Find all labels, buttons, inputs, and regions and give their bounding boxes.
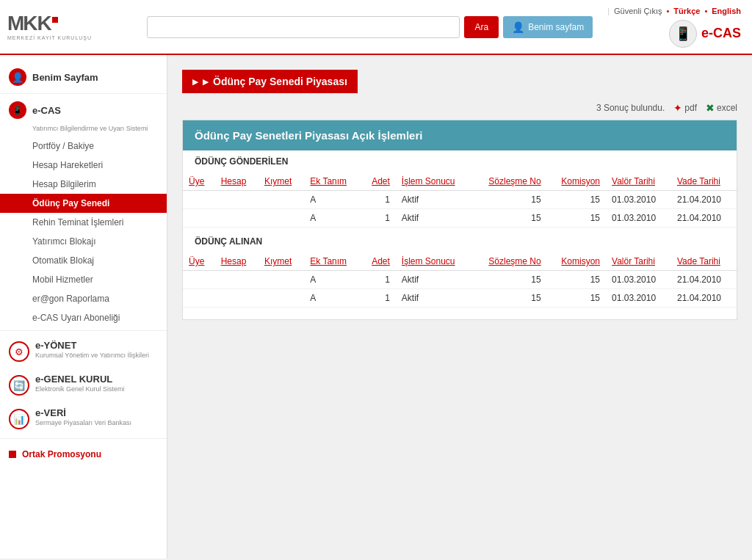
section2-table: Üye Hesap Kıymet Ek Tanım Adet İşlem Son… xyxy=(183,252,737,308)
col-hesap[interactable]: Hesap xyxy=(215,172,258,191)
title-arrow-icon: ▶ xyxy=(203,78,209,86)
col-ek-tanim[interactable]: Ek Tanım xyxy=(304,172,361,191)
pdf-export-link[interactable]: ✦ pdf xyxy=(673,102,697,114)
col-kiymet[interactable]: Kıymet xyxy=(258,172,304,191)
ecas-title-label: e-CAS xyxy=(32,105,61,116)
cell-islem-sonucu: Aktif xyxy=(396,209,472,228)
my-page-label: Benim sayfam xyxy=(528,22,584,32)
cell-kiymet xyxy=(258,209,304,228)
cell2-uye xyxy=(183,289,215,308)
col-islem-sonucu[interactable]: İşlem Sonucu xyxy=(396,172,472,191)
page-title-bar: ▶ Ödünç Pay Senedi Piyasası xyxy=(182,70,358,93)
excel-export-link[interactable]: ✖ excel xyxy=(706,102,737,114)
search-input[interactable] xyxy=(147,16,460,38)
col2-sozlesme-no[interactable]: Sözleşme No xyxy=(472,252,547,271)
sidebar-item-ecas-uyari[interactable]: e-CAS Uyarı Aboneliği xyxy=(0,308,167,327)
col2-komisyon[interactable]: Komisyon xyxy=(547,252,606,271)
table-row: A 1 Aktif 15 15 01.03.2010 21.04.2010 xyxy=(183,191,737,209)
sidebar-item-hesap-hareketleri[interactable]: Hesap Hareketleri xyxy=(0,156,167,175)
sidebar-item-yatirimci-blokaj[interactable]: Yatırımcı Blokajı xyxy=(0,232,167,251)
page-title: Ödünç Pay Senedi Piyasası xyxy=(213,76,347,87)
sidebar-item-portfolio[interactable]: Portföy / Bakiye xyxy=(0,137,167,156)
col-adet[interactable]: Adet xyxy=(361,172,396,191)
cell-adet: 1 xyxy=(361,191,396,209)
col2-vade-tarihi[interactable]: Vade Tarihi xyxy=(671,252,737,271)
divider3 xyxy=(0,438,167,439)
col-komisyon[interactable]: Komisyon xyxy=(547,172,606,191)
col2-hesap[interactable]: Hesap xyxy=(215,252,258,271)
promo-square-icon xyxy=(9,451,16,458)
ecas-icon: 📱 xyxy=(669,20,697,48)
ecas-label: e-CAS xyxy=(701,26,741,41)
logo-box: MKK MERKEZİ KAYIT KURULUŞU xyxy=(7,13,92,40)
sidebar-item-rehin[interactable]: Rehin Teminat İşlemleri xyxy=(0,213,167,232)
search-button[interactable]: Ara xyxy=(464,16,499,38)
table-row: A 1 Aktif 15 15 01.03.2010 21.04.2010 xyxy=(183,209,737,228)
pdf-icon: ✦ xyxy=(673,102,682,114)
cell2-vade-tarihi: 21.04.2010 xyxy=(671,289,737,308)
col2-ek-tanim[interactable]: Ek Tanım xyxy=(304,252,361,271)
sidebar-item-odunc-pay[interactable]: Ödünç Pay Senedi xyxy=(0,194,167,213)
logo-area: MKK MERKEZİ KAYIT KURULUŞU xyxy=(7,13,132,40)
bullet2-icon: • xyxy=(704,7,707,15)
bullet-icon: • xyxy=(666,7,669,15)
cell-kiymet xyxy=(258,191,304,209)
cell2-ek-tanim: A xyxy=(304,289,361,308)
col-sozlesme-no[interactable]: Sözleşme No xyxy=(472,172,547,191)
logo-sub: MERKEZİ KAYIT KURULUŞU xyxy=(7,35,92,40)
everi-icon: 📊 xyxy=(9,409,29,429)
sidebar-item-eyonet[interactable]: ⚙ e-YÖNET Kurumsal Yönetim ve Yatırımcı … xyxy=(0,334,167,368)
section2-label: ÖDÜNÇ ALINAN xyxy=(183,230,737,252)
col2-kiymet[interactable]: Kıymet xyxy=(258,252,304,271)
sidebar-item-ecas[interactable]: 📱 e-CAS xyxy=(0,95,167,125)
sidebar-item-ergon[interactable]: er@gon Raporlama xyxy=(0,289,167,308)
cell2-komisyon: 15 xyxy=(547,289,606,308)
col2-islem-sonucu[interactable]: İşlem Sonucu xyxy=(396,252,472,271)
person-icon: 👤 xyxy=(512,21,524,33)
cell-hesap xyxy=(215,209,258,228)
separator-icon: | xyxy=(607,7,610,15)
my-page-button[interactable]: 👤 Benim sayfam xyxy=(503,16,593,38)
col-valor-tarihi[interactable]: Valör Tarihi xyxy=(606,172,671,191)
logo-text: MKK xyxy=(7,13,58,34)
cell2-komisyon: 15 xyxy=(547,271,606,289)
cell-vade-tarihi: 21.04.2010 xyxy=(671,209,737,228)
section2-header-row: Üye Hesap Kıymet Ek Tanım Adet İşlem Son… xyxy=(183,252,737,271)
sidebar-item-benim-sayfam[interactable]: 👤 Benim Sayfam xyxy=(0,62,167,92)
sidebar-item-promo[interactable]: Ortak Promosyonu xyxy=(0,442,167,467)
section1-header-row: Üye Hesap Kıymet Ek Tanım Adet İşlem Son… xyxy=(183,172,737,191)
cell-ek-tanim: A xyxy=(304,191,361,209)
top-bar: MKK MERKEZİ KAYIT KURULUŞU Ara 👤 Benim s… xyxy=(0,0,752,55)
cell2-vade-tarihi: 21.04.2010 xyxy=(671,271,737,289)
cell-vade-tarihi: 21.04.2010 xyxy=(671,191,737,209)
sidebar-item-mobil[interactable]: Mobil Hizmetler xyxy=(0,270,167,289)
guvenli-cikis-link[interactable]: Güvenli Çıkış xyxy=(614,7,662,15)
col-uye[interactable]: Üye xyxy=(183,172,215,191)
cell2-hesap xyxy=(215,289,258,308)
sidebar-item-hesap-bilgilerim[interactable]: Hesap Bilgilerim xyxy=(0,175,167,194)
ecas-sidebar-icon: 📱 xyxy=(9,101,26,119)
col2-valor-tarihi[interactable]: Valör Tarihi xyxy=(606,252,671,271)
egenel-title: e-GENEL KURUL xyxy=(35,374,125,385)
sidebar-item-everi[interactable]: 📊 e-VERİ Sermaye Piyasaları Veri Bankası xyxy=(0,401,167,435)
sidebar-item-otomatik-blokaj[interactable]: Otomatik Blokaj xyxy=(0,251,167,270)
cell-uye xyxy=(183,209,215,228)
pdf-label: pdf xyxy=(684,103,697,113)
sidebar-item-egenel[interactable]: 🔄 e-GENEL KURUL Elektronik Genel Kurul S… xyxy=(0,368,167,401)
cell2-islem-sonucu: Aktif xyxy=(396,271,472,289)
content-area: ▶ Ödünç Pay Senedi Piyasası 3 Sonuç bulu… xyxy=(167,55,752,559)
cell-islem-sonucu: Aktif xyxy=(396,191,472,209)
egenel-icon: 🔄 xyxy=(9,375,29,396)
turkce-link[interactable]: Türkçe xyxy=(673,7,700,15)
egenel-text: e-GENEL KURUL Elektronik Genel Kurul Sis… xyxy=(35,374,125,393)
everi-subtitle: Sermaye Piyasaları Veri Bankası xyxy=(35,419,131,426)
col2-uye[interactable]: Üye xyxy=(183,252,215,271)
eyonet-icon: ⚙ xyxy=(9,341,29,362)
cell-komisyon: 15 xyxy=(547,191,606,209)
eyonet-title: e-YÖNET xyxy=(35,340,149,351)
col2-adet[interactable]: Adet xyxy=(361,252,396,271)
section1-table: Üye Hesap Kıymet Ek Tanım Adet İşlem Son… xyxy=(183,172,737,228)
cell2-adet: 1 xyxy=(361,289,396,308)
col-vade-tarihi[interactable]: Vade Tarihi xyxy=(671,172,737,191)
english-link[interactable]: English xyxy=(712,7,741,15)
